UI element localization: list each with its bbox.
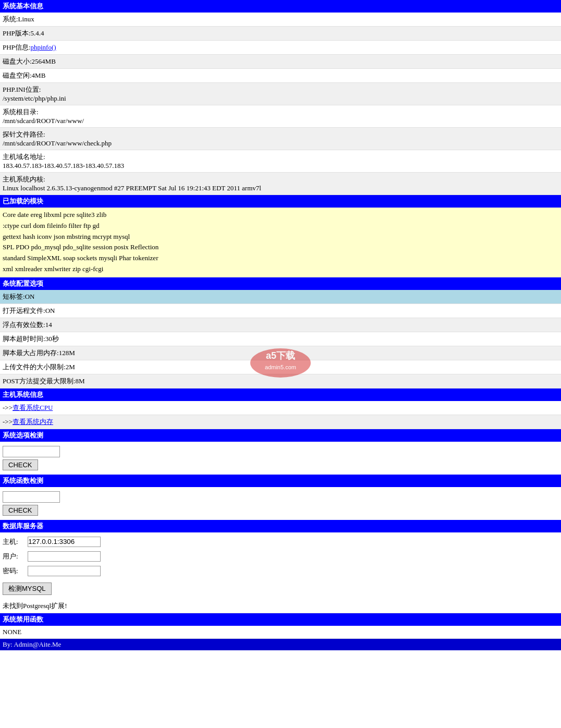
kernel-label: 主机系统内核:: [3, 175, 558, 184]
mem-link[interactable]: 查看系统内存: [13, 418, 53, 426]
script-path-row: 探针文件路径: /mnt/sdcard/ROOT/var/www/check.p…: [0, 128, 561, 150]
upload-limit-row: 上传文件的大小限制:2M: [0, 360, 561, 374]
short-tag-row: 短标签:ON: [0, 290, 561, 304]
host-info-header: 主机系统信息: [0, 389, 561, 401]
php-version-row: PHP版本:5.4.4: [0, 27, 561, 41]
footer-text: By: Admin@Aite.Me: [3, 640, 61, 648]
function-check-button[interactable]: CHECK: [3, 505, 38, 516]
kernel-value: Linux localhost 2.6.35.13-cyanogenmod #2…: [3, 184, 558, 192]
remote-file-label: 打开远程文件:: [3, 307, 45, 314]
module-line2: :ctype curl dom fileinfo filter ftp gd: [3, 221, 558, 232]
detect-mysql-button[interactable]: 检测MYSQL: [3, 583, 52, 595]
module-line6: xml xmlreader xmlwriter zip cgi-fcgi: [3, 264, 558, 275]
host-label: 主机域名地址:: [3, 152, 558, 162]
database-header: 数据库服务器: [0, 520, 561, 532]
system-check-header: 系统选项检测: [0, 429, 561, 442]
os-label: 系统:Linux: [3, 15, 34, 23]
php-ini-label: PHP.INI位置:: [3, 85, 558, 94]
footer-bar: By: Admin@Aite.Me: [0, 639, 561, 650]
root-dir-path: /mnt/sdcard/ROOT/var/www/: [3, 117, 558, 125]
postgres-msg-row: 未找到Postgresql扩展!: [0, 599, 561, 613]
disabled-functions-header: 系统禁用函数: [0, 613, 561, 626]
upload-limit-label: 上传文件的大小限制:: [3, 363, 66, 371]
db-host-row: 主机:: [3, 537, 558, 549]
max-memory-label: 脚本最大占用内存:: [3, 349, 59, 357]
host-value: 183.40.57.183-183.40.57.183-183.40.57.18…: [3, 162, 558, 170]
os-row: 系统:Linux: [0, 13, 561, 27]
php-ini-path: /system/etc/php/php.ini: [3, 94, 558, 103]
function-check-input[interactable]: [3, 491, 60, 503]
db-user-label: 用户:: [3, 552, 26, 561]
cpu-link[interactable]: 查看系统CPU: [13, 404, 53, 411]
remote-file-row: 打开远程文件:ON: [0, 304, 561, 318]
float-precision-label: 浮点有效位数:: [3, 321, 45, 329]
php-info-label: PHP信息:: [3, 43, 30, 51]
host-row: 主机域名地址: 183.40.57.183-183.40.57.183-183.…: [0, 150, 561, 173]
db-pwd-label: 密码:: [3, 566, 26, 576]
cpu-link-prefix: ->>: [3, 404, 13, 411]
cpu-link-row: ->>查看系统CPU: [0, 401, 561, 415]
root-dir-label: 系统根目录:: [3, 107, 558, 117]
disk-free-row: 磁盘空闲:4MB: [0, 69, 561, 83]
db-host-input[interactable]: [28, 537, 101, 547]
db-detect-row: 检测MYSQL: [3, 580, 558, 595]
disk-size-row: 磁盘大小:2564MB: [0, 55, 561, 69]
timeout-label: 脚本超时时间:: [3, 335, 45, 343]
max-memory-value: 128M: [59, 349, 75, 357]
phpinfo-link[interactable]: phpinfo(): [30, 43, 56, 51]
php-ini-row: PHP.INI位置: /system/etc/php/php.ini: [0, 83, 561, 105]
timeout-value: 30秒: [45, 335, 59, 343]
module-line1: Core date ereg libxml pcre sqlite3 zlib: [3, 210, 558, 221]
system-check-section: CHECK: [0, 442, 561, 475]
config-header: 条统配置选项: [0, 277, 561, 290]
db-user-row: 用户:: [3, 551, 558, 564]
short-tag-label: 短标签:: [3, 293, 25, 300]
post-limit-row: POST方法提交最大限制:8M: [0, 374, 561, 389]
mem-link-prefix: ->>: [3, 418, 13, 426]
function-check-section: CHECK: [0, 487, 561, 520]
mem-link-row: ->>查看系统内存: [0, 415, 561, 429]
system-check-input[interactable]: [3, 446, 60, 457]
remote-file-value: ON: [45, 307, 55, 314]
function-check-header: 系统函数检测: [0, 475, 561, 487]
db-host-label: 主机:: [3, 537, 26, 547]
disk-size-label: 磁盘大小:2564MB: [3, 57, 56, 65]
script-path-value: /mnt/sdcard/ROOT/var/www/check.php: [3, 139, 558, 148]
timeout-row: 脚本超时时间:30秒: [0, 332, 561, 346]
system-check-button[interactable]: CHECK: [3, 459, 38, 470]
php-version-label: PHP版本:5.4.4: [3, 29, 44, 37]
database-section: 主机: 用户: 密码: 检测MYSQL: [0, 532, 561, 599]
db-pwd-input[interactable]: [28, 566, 101, 576]
module-line5: standard SimpleXML soap sockets mysqli P…: [3, 253, 558, 264]
disabled-functions-value: NONE: [3, 628, 21, 636]
root-dir-row: 系统根目录: /mnt/sdcard/ROOT/var/www/: [0, 105, 561, 128]
post-limit-value: 8M: [75, 377, 84, 385]
disabled-functions-row: NONE: [0, 626, 561, 639]
float-precision-row: 浮点有效位数:14: [0, 318, 561, 332]
postgres-msg: 未找到Postgresql扩展!: [3, 602, 67, 610]
modules-header: 已加载的模块: [0, 195, 561, 208]
module-line4: SPL PDO pdo_mysql pdo_sqlite session pos…: [3, 242, 558, 253]
script-path-label: 探针文件路径:: [3, 130, 558, 139]
max-memory-row: 脚本最大占用内存:128M: [0, 346, 561, 360]
upload-limit-value: 2M: [66, 363, 75, 371]
kernel-row: 主机系统内核: Linux localhost 2.6.35.13-cyanog…: [0, 173, 561, 195]
short-tag-value: ON: [25, 293, 35, 300]
php-info-row: PHP信息:phpinfo(): [0, 41, 561, 55]
basic-info-header: 系统基本信息: [0, 0, 561, 13]
db-pwd-row: 密码:: [3, 566, 558, 578]
module-line3: gettext hash iconv json mbstring mcrypt …: [3, 232, 558, 242]
disk-free-label: 磁盘空闲:4MB: [3, 71, 45, 79]
modules-block: Core date ereg libxml pcre sqlite3 zlib …: [0, 208, 561, 277]
float-precision-value: 14: [45, 321, 52, 329]
db-user-input[interactable]: [28, 551, 101, 562]
post-limit-label: POST方法提交最大限制:: [3, 377, 75, 385]
